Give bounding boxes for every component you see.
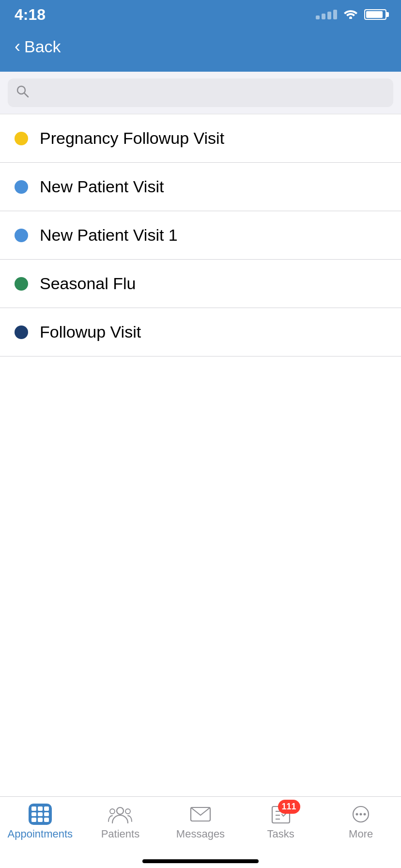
followup-visit-label: Followup Visit <box>40 323 141 341</box>
wifi-icon <box>343 7 358 22</box>
status-time: 4:18 <box>15 6 46 24</box>
status-icons <box>316 7 386 22</box>
search-icon <box>15 84 29 101</box>
nav-bar: ‹ Back <box>0 29 401 72</box>
new-patient-visit-label: New Patient Visit <box>40 177 164 196</box>
tasks-tab-label: Tasks <box>267 828 294 840</box>
pregnancy-followup-dot <box>15 132 28 145</box>
search-input[interactable] <box>34 85 386 101</box>
svg-line-2 <box>25 93 29 97</box>
appointments-tab-label: Appointments <box>8 828 73 840</box>
seasonal-flu-dot <box>15 277 28 291</box>
svg-point-0 <box>349 16 352 19</box>
visit-type-list: Pregnancy Followup Visit New Patient Vis… <box>0 114 401 356</box>
new-patient-visit-dot <box>15 180 28 194</box>
signal-icon <box>316 10 337 19</box>
tab-tasks[interactable]: 111 Tasks <box>241 804 321 840</box>
back-label: Back <box>24 37 61 56</box>
list-item[interactable]: Seasonal Flu <box>0 260 401 308</box>
tab-more[interactable]: More <box>321 804 401 840</box>
more-icon <box>348 804 373 825</box>
tab-messages[interactable]: Messages <box>160 804 241 840</box>
tab-bar: Appointments Patients Messages <box>0 796 401 868</box>
list-item[interactable]: New Patient Visit 1 <box>0 211 401 260</box>
list-item[interactable]: New Patient Visit <box>0 163 401 211</box>
svg-point-3 <box>117 807 123 814</box>
pregnancy-followup-label: Pregnancy Followup Visit <box>40 129 224 148</box>
patients-tab-label: Patients <box>101 828 140 840</box>
status-bar: 4:18 <box>0 0 401 29</box>
svg-point-13 <box>360 813 362 816</box>
battery-icon <box>364 9 386 20</box>
list-item[interactable]: Pregnancy Followup Visit <box>0 114 401 163</box>
messages-tab-label: Messages <box>176 828 225 840</box>
home-indicator <box>142 859 259 863</box>
svg-point-1 <box>17 86 25 94</box>
tasks-badge: 111 <box>278 800 300 814</box>
new-patient-visit-1-label: New Patient Visit 1 <box>40 226 178 245</box>
svg-point-4 <box>110 809 115 814</box>
search-bar-container <box>0 72 401 114</box>
seasonal-flu-label: Seasonal Flu <box>40 274 136 293</box>
more-tab-label: More <box>349 828 373 840</box>
back-button[interactable]: ‹ Back <box>15 37 61 56</box>
messages-icon <box>188 804 213 825</box>
followup-visit-dot <box>15 326 28 339</box>
list-item[interactable]: Followup Visit <box>0 308 401 356</box>
svg-point-12 <box>356 813 358 816</box>
search-input-wrapper <box>8 78 393 107</box>
new-patient-visit-1-dot <box>15 229 28 242</box>
patients-icon <box>108 804 133 825</box>
back-chevron-icon: ‹ <box>15 38 20 55</box>
appointments-icon <box>28 804 53 825</box>
svg-point-5 <box>125 809 130 814</box>
tasks-icon: 111 <box>268 804 293 825</box>
tab-patients[interactable]: Patients <box>80 804 161 840</box>
tab-appointments[interactable]: Appointments <box>0 804 80 840</box>
svg-point-14 <box>364 813 366 816</box>
